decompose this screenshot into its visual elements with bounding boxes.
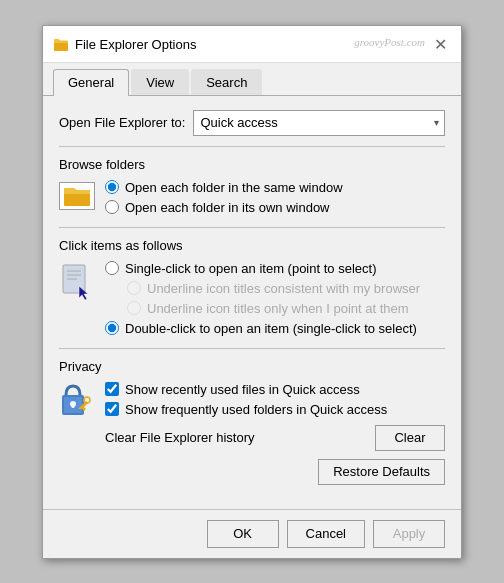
clear-history-label: Clear File Explorer history <box>105 430 255 445</box>
click-items-icon <box>61 264 93 304</box>
tab-general[interactable]: General <box>53 69 129 96</box>
restore-row: Restore Defaults <box>59 459 445 485</box>
underline-browser-label: Underline icon titles consistent with my… <box>147 281 420 296</box>
dialog-title: File Explorer Options <box>75 37 196 52</box>
underline-hover-label: Underline icon titles only when I point … <box>147 301 409 316</box>
browse-own-window-label: Open each folder in its own window <box>125 200 330 215</box>
click-items-radio-group: Single-click to open an item (point to s… <box>105 261 420 336</box>
privacy-section: Privacy <box>59 359 445 485</box>
title-folder-icon <box>53 37 69 53</box>
underline-hover-radio[interactable] <box>127 301 141 315</box>
open-to-select[interactable]: Quick accessThis PC <box>193 110 445 136</box>
browse-same-window-row: Open each folder in the same window <box>105 180 343 195</box>
file-explorer-options-dialog: File Explorer Options groovyPost.com ✕ G… <box>42 25 462 559</box>
tab-view[interactable]: View <box>131 69 189 95</box>
browse-folders-title: Browse folders <box>59 157 445 172</box>
open-to-row: Open File Explorer to: Quick accessThis … <box>59 110 445 136</box>
frequently-used-row: Show frequently used folders in Quick ac… <box>105 402 445 417</box>
ok-button[interactable]: OK <box>207 520 279 548</box>
apply-button[interactable]: Apply <box>373 520 445 548</box>
browse-same-window-label: Open each folder in the same window <box>125 180 343 195</box>
click-icon-box <box>59 261 95 307</box>
browse-own-window-row: Open each folder in its own window <box>105 200 343 215</box>
single-click-row: Single-click to open an item (point to s… <box>105 261 420 276</box>
frequently-used-label: Show frequently used folders in Quick ac… <box>125 402 387 417</box>
restore-defaults-button[interactable]: Restore Defaults <box>318 459 445 485</box>
privacy-icon <box>60 381 94 419</box>
single-click-label: Single-click to open an item (point to s… <box>125 261 376 276</box>
dialog-footer: OK Cancel Apply <box>43 509 461 558</box>
click-items-section: Click items as follows <box>59 238 445 336</box>
cancel-button[interactable]: Cancel <box>287 520 365 548</box>
underline-browser-radio[interactable] <box>127 281 141 295</box>
privacy-layout: Show recently used files in Quick access… <box>59 382 445 451</box>
browse-own-window-radio[interactable] <box>105 200 119 214</box>
recently-used-label: Show recently used files in Quick access <box>125 382 360 397</box>
click-items-title: Click items as follows <box>59 238 445 253</box>
underline-hover-row: Underline icon titles only when I point … <box>105 301 420 316</box>
title-bar: File Explorer Options groovyPost.com ✕ <box>43 26 461 63</box>
frequently-used-checkbox[interactable] <box>105 402 119 416</box>
watermark: groovyPost.com <box>354 36 425 48</box>
svg-rect-9 <box>72 404 75 408</box>
clear-button[interactable]: Clear <box>375 425 445 451</box>
dialog-content: Open File Explorer to: Quick accessThis … <box>43 96 461 509</box>
clear-history-row: Clear File Explorer history Clear <box>105 425 445 451</box>
open-to-label: Open File Explorer to: <box>59 115 185 130</box>
privacy-title: Privacy <box>59 359 445 374</box>
tab-search[interactable]: Search <box>191 69 262 95</box>
double-click-radio[interactable] <box>105 321 119 335</box>
recently-used-row: Show recently used files in Quick access <box>105 382 445 397</box>
browse-folders-section: Browse folders Open each folder in the s… <box>59 157 445 215</box>
tab-bar: General View Search <box>43 63 461 96</box>
browse-folder-icon-box <box>59 182 95 210</box>
click-items-layout: Single-click to open an item (point to s… <box>59 261 445 336</box>
recently-used-checkbox[interactable] <box>105 382 119 396</box>
underline-browser-row: Underline icon titles consistent with my… <box>105 281 420 296</box>
title-bar-left: File Explorer Options <box>53 37 196 53</box>
privacy-icon-box <box>59 382 95 418</box>
browse-same-window-radio[interactable] <box>105 180 119 194</box>
browse-folders-radio-group: Open each folder in the same window Open… <box>105 180 343 215</box>
browse-folders-layout: Open each folder in the same window Open… <box>59 180 445 215</box>
open-to-select-wrapper: Quick accessThis PC ▾ <box>193 110 445 136</box>
separator-1 <box>59 146 445 147</box>
separator-2 <box>59 227 445 228</box>
double-click-row: Double-click to open an item (single-cli… <box>105 321 420 336</box>
single-click-radio[interactable] <box>105 261 119 275</box>
close-button[interactable]: ✕ <box>429 34 451 56</box>
separator-3 <box>59 348 445 349</box>
privacy-options: Show recently used files in Quick access… <box>105 382 445 451</box>
browse-folder-icon <box>63 185 91 207</box>
double-click-label: Double-click to open an item (single-cli… <box>125 321 417 336</box>
